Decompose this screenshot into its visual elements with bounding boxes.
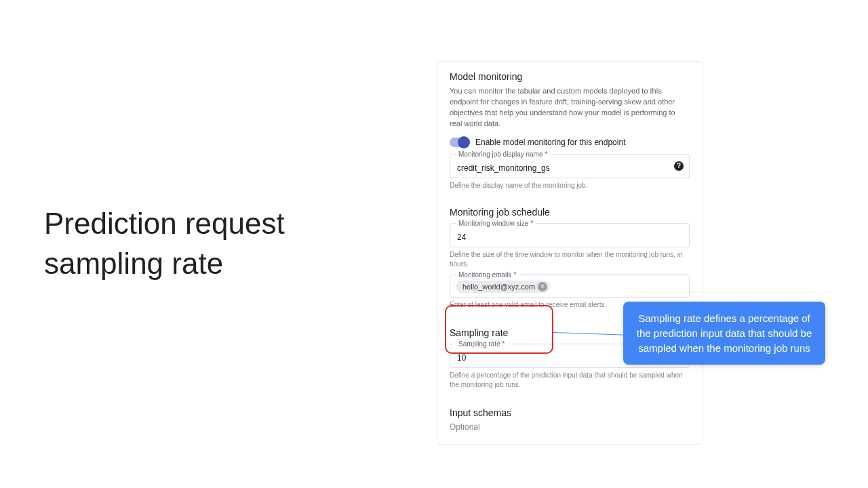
display-name-helper: Define the display name of the monitorin… [450,181,690,190]
schemas-heading: Input schemas [450,407,690,418]
window-size-input[interactable] [457,232,669,242]
sampling-rate-helper: Define a percentage of the prediction in… [450,371,690,390]
enable-monitoring-row: Enable model monitoring for this endpoin… [450,138,690,147]
toggle-knob [458,136,470,148]
enable-monitoring-label: Enable model monitoring for this endpoin… [475,138,625,147]
display-name-label: Monitoring job display name * [456,150,550,158]
email-chip: hello_world@xyz.com × [456,281,550,293]
help-icon[interactable]: ? [674,161,684,171]
email-chip-text: hello_world@xyz.com [462,283,535,291]
window-size-helper: Define the size of the time window to mo… [450,250,690,269]
sampling-rate-label: Sampling rate * [456,340,507,348]
schemas-optional: Optional [450,422,690,432]
panel-heading: Model monitoring [450,71,690,82]
enable-monitoring-toggle[interactable] [450,138,469,147]
slide-title: Prediction request sampling rate [44,203,370,284]
emails-label: Monitoring emails * [456,271,519,279]
emails-field[interactable]: Monitoring emails * hello_world@xyz.com … [450,274,690,298]
schedule-heading: Monitoring job schedule [450,207,690,218]
sampling-callout: Sampling rate defines a percentage of th… [623,302,825,365]
display-name-field[interactable]: Monitoring job display name * ? [450,154,690,178]
callout-text: Sampling rate defines a percentage of th… [637,312,812,354]
window-size-field[interactable]: Monitoring window size * [450,223,690,247]
display-name-input[interactable] [457,163,669,173]
remove-chip-icon[interactable]: × [538,282,547,291]
panel-description: You can monitor the tabular and custom m… [450,86,690,129]
model-monitoring-panel: Model monitoring You can monitor the tab… [437,61,703,445]
window-size-label: Monitoring window size * [456,220,536,227]
